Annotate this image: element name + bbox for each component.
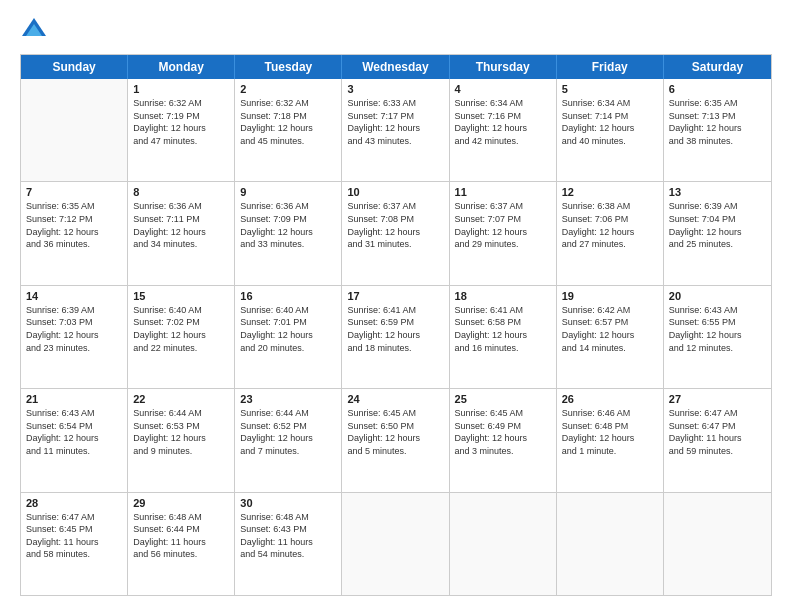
calendar-header: SundayMondayTuesdayWednesdayThursdayFrid…: [21, 55, 771, 79]
calendar-day: 16Sunrise: 6:40 AM Sunset: 7:01 PM Dayli…: [235, 286, 342, 388]
weekday-header: Monday: [128, 55, 235, 79]
day-number: 25: [455, 393, 551, 405]
calendar-week: 28Sunrise: 6:47 AM Sunset: 6:45 PM Dayli…: [21, 493, 771, 595]
day-number: 15: [133, 290, 229, 302]
day-info: Sunrise: 6:44 AM Sunset: 6:53 PM Dayligh…: [133, 407, 229, 457]
day-number: 20: [669, 290, 766, 302]
weekday-header: Friday: [557, 55, 664, 79]
calendar-day: 21Sunrise: 6:43 AM Sunset: 6:54 PM Dayli…: [21, 389, 128, 491]
day-info: Sunrise: 6:36 AM Sunset: 7:11 PM Dayligh…: [133, 200, 229, 250]
calendar-week: 1Sunrise: 6:32 AM Sunset: 7:19 PM Daylig…: [21, 79, 771, 182]
day-info: Sunrise: 6:32 AM Sunset: 7:18 PM Dayligh…: [240, 97, 336, 147]
calendar-day: 17Sunrise: 6:41 AM Sunset: 6:59 PM Dayli…: [342, 286, 449, 388]
day-info: Sunrise: 6:46 AM Sunset: 6:48 PM Dayligh…: [562, 407, 658, 457]
day-info: Sunrise: 6:41 AM Sunset: 6:59 PM Dayligh…: [347, 304, 443, 354]
weekday-header: Tuesday: [235, 55, 342, 79]
day-info: Sunrise: 6:45 AM Sunset: 6:50 PM Dayligh…: [347, 407, 443, 457]
calendar-day: 4Sunrise: 6:34 AM Sunset: 7:16 PM Daylig…: [450, 79, 557, 181]
day-info: Sunrise: 6:40 AM Sunset: 7:01 PM Dayligh…: [240, 304, 336, 354]
calendar-day: 10Sunrise: 6:37 AM Sunset: 7:08 PM Dayli…: [342, 182, 449, 284]
day-number: 4: [455, 83, 551, 95]
day-info: Sunrise: 6:47 AM Sunset: 6:47 PM Dayligh…: [669, 407, 766, 457]
calendar-day: 6Sunrise: 6:35 AM Sunset: 7:13 PM Daylig…: [664, 79, 771, 181]
calendar-day: 26Sunrise: 6:46 AM Sunset: 6:48 PM Dayli…: [557, 389, 664, 491]
day-info: Sunrise: 6:33 AM Sunset: 7:17 PM Dayligh…: [347, 97, 443, 147]
day-number: 27: [669, 393, 766, 405]
logo-icon: [20, 16, 48, 44]
weekday-header: Saturday: [664, 55, 771, 79]
calendar: SundayMondayTuesdayWednesdayThursdayFrid…: [20, 54, 772, 596]
day-info: Sunrise: 6:32 AM Sunset: 7:19 PM Dayligh…: [133, 97, 229, 147]
day-number: 24: [347, 393, 443, 405]
calendar-day: 19Sunrise: 6:42 AM Sunset: 6:57 PM Dayli…: [557, 286, 664, 388]
day-info: Sunrise: 6:42 AM Sunset: 6:57 PM Dayligh…: [562, 304, 658, 354]
day-info: Sunrise: 6:34 AM Sunset: 7:16 PM Dayligh…: [455, 97, 551, 147]
day-number: 8: [133, 186, 229, 198]
calendar-day: 25Sunrise: 6:45 AM Sunset: 6:49 PM Dayli…: [450, 389, 557, 491]
logo: [20, 16, 52, 44]
day-info: Sunrise: 6:47 AM Sunset: 6:45 PM Dayligh…: [26, 511, 122, 561]
day-number: 12: [562, 186, 658, 198]
day-number: 29: [133, 497, 229, 509]
day-number: 7: [26, 186, 122, 198]
weekday-header: Thursday: [450, 55, 557, 79]
day-number: 26: [562, 393, 658, 405]
calendar-week: 14Sunrise: 6:39 AM Sunset: 7:03 PM Dayli…: [21, 286, 771, 389]
day-info: Sunrise: 6:35 AM Sunset: 7:13 PM Dayligh…: [669, 97, 766, 147]
day-info: Sunrise: 6:48 AM Sunset: 6:44 PM Dayligh…: [133, 511, 229, 561]
calendar-empty-day: [450, 493, 557, 595]
day-number: 23: [240, 393, 336, 405]
day-info: Sunrise: 6:37 AM Sunset: 7:07 PM Dayligh…: [455, 200, 551, 250]
day-info: Sunrise: 6:39 AM Sunset: 7:04 PM Dayligh…: [669, 200, 766, 250]
day-info: Sunrise: 6:41 AM Sunset: 6:58 PM Dayligh…: [455, 304, 551, 354]
day-number: 13: [669, 186, 766, 198]
day-number: 19: [562, 290, 658, 302]
day-info: Sunrise: 6:45 AM Sunset: 6:49 PM Dayligh…: [455, 407, 551, 457]
day-info: Sunrise: 6:43 AM Sunset: 6:54 PM Dayligh…: [26, 407, 122, 457]
calendar-day: 28Sunrise: 6:47 AM Sunset: 6:45 PM Dayli…: [21, 493, 128, 595]
calendar-day: 22Sunrise: 6:44 AM Sunset: 6:53 PM Dayli…: [128, 389, 235, 491]
day-number: 17: [347, 290, 443, 302]
calendar-empty-day: [342, 493, 449, 595]
day-number: 28: [26, 497, 122, 509]
day-info: Sunrise: 6:39 AM Sunset: 7:03 PM Dayligh…: [26, 304, 122, 354]
calendar-day: 7Sunrise: 6:35 AM Sunset: 7:12 PM Daylig…: [21, 182, 128, 284]
day-info: Sunrise: 6:36 AM Sunset: 7:09 PM Dayligh…: [240, 200, 336, 250]
day-number: 22: [133, 393, 229, 405]
day-number: 14: [26, 290, 122, 302]
day-info: Sunrise: 6:48 AM Sunset: 6:43 PM Dayligh…: [240, 511, 336, 561]
calendar-day: 11Sunrise: 6:37 AM Sunset: 7:07 PM Dayli…: [450, 182, 557, 284]
day-number: 5: [562, 83, 658, 95]
day-info: Sunrise: 6:40 AM Sunset: 7:02 PM Dayligh…: [133, 304, 229, 354]
weekday-header: Wednesday: [342, 55, 449, 79]
day-number: 16: [240, 290, 336, 302]
calendar-day: 13Sunrise: 6:39 AM Sunset: 7:04 PM Dayli…: [664, 182, 771, 284]
calendar-day: 14Sunrise: 6:39 AM Sunset: 7:03 PM Dayli…: [21, 286, 128, 388]
calendar-empty-day: [21, 79, 128, 181]
calendar-week: 21Sunrise: 6:43 AM Sunset: 6:54 PM Dayli…: [21, 389, 771, 492]
calendar-day: 24Sunrise: 6:45 AM Sunset: 6:50 PM Dayli…: [342, 389, 449, 491]
calendar-day: 15Sunrise: 6:40 AM Sunset: 7:02 PM Dayli…: [128, 286, 235, 388]
calendar-day: 2Sunrise: 6:32 AM Sunset: 7:18 PM Daylig…: [235, 79, 342, 181]
day-info: Sunrise: 6:43 AM Sunset: 6:55 PM Dayligh…: [669, 304, 766, 354]
calendar-empty-day: [557, 493, 664, 595]
day-number: 3: [347, 83, 443, 95]
day-info: Sunrise: 6:38 AM Sunset: 7:06 PM Dayligh…: [562, 200, 658, 250]
calendar-day: 20Sunrise: 6:43 AM Sunset: 6:55 PM Dayli…: [664, 286, 771, 388]
calendar-day: 30Sunrise: 6:48 AM Sunset: 6:43 PM Dayli…: [235, 493, 342, 595]
day-info: Sunrise: 6:37 AM Sunset: 7:08 PM Dayligh…: [347, 200, 443, 250]
day-number: 1: [133, 83, 229, 95]
calendar-day: 27Sunrise: 6:47 AM Sunset: 6:47 PM Dayli…: [664, 389, 771, 491]
calendar-week: 7Sunrise: 6:35 AM Sunset: 7:12 PM Daylig…: [21, 182, 771, 285]
calendar-day: 12Sunrise: 6:38 AM Sunset: 7:06 PM Dayli…: [557, 182, 664, 284]
day-info: Sunrise: 6:34 AM Sunset: 7:14 PM Dayligh…: [562, 97, 658, 147]
calendar-day: 29Sunrise: 6:48 AM Sunset: 6:44 PM Dayli…: [128, 493, 235, 595]
calendar-day: 5Sunrise: 6:34 AM Sunset: 7:14 PM Daylig…: [557, 79, 664, 181]
calendar-day: 18Sunrise: 6:41 AM Sunset: 6:58 PM Dayli…: [450, 286, 557, 388]
calendar-body: 1Sunrise: 6:32 AM Sunset: 7:19 PM Daylig…: [21, 79, 771, 595]
calendar-day: 1Sunrise: 6:32 AM Sunset: 7:19 PM Daylig…: [128, 79, 235, 181]
header: [20, 16, 772, 44]
day-number: 11: [455, 186, 551, 198]
day-number: 30: [240, 497, 336, 509]
day-number: 6: [669, 83, 766, 95]
